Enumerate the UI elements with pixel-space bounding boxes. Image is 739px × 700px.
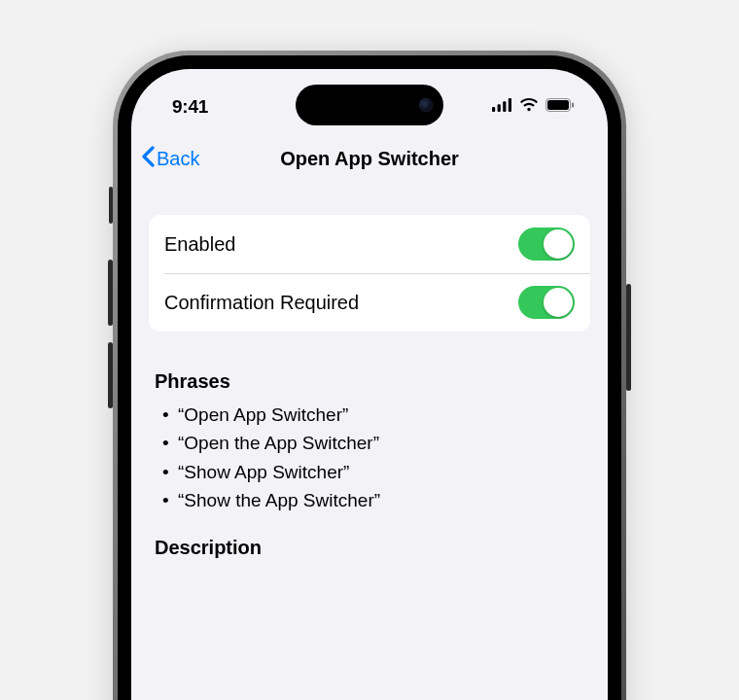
row-enabled: Enabled <box>149 215 590 273</box>
phrase-item: “Show the App Switcher” <box>178 486 584 514</box>
svg-rect-3 <box>509 98 511 112</box>
battery-icon <box>545 98 575 116</box>
wifi-icon <box>519 98 539 116</box>
row-enabled-label: Enabled <box>164 233 235 256</box>
status-time: 9:41 <box>172 96 208 118</box>
phrases-list: “Open App Switcher” “Open the App Switch… <box>149 401 590 515</box>
silent-switch <box>109 187 113 224</box>
phrase-item: “Open App Switcher” <box>178 401 584 429</box>
nav-bar: Back Open App Switcher <box>131 133 608 184</box>
svg-rect-5 <box>547 100 569 110</box>
row-confirmation-label: Confirmation Required <box>164 292 359 314</box>
page-title: Open App Switcher <box>280 148 459 170</box>
screen: 9:41 Bac <box>131 69 608 700</box>
content-area: Enabled Confirmation Required Phrases <box>131 215 608 559</box>
power-button <box>626 284 631 391</box>
volume-down-button <box>108 342 113 408</box>
volume-up-button <box>108 260 113 326</box>
toggle-enabled[interactable] <box>518 228 575 261</box>
svg-rect-2 <box>503 101 506 112</box>
back-label: Back <box>157 148 199 170</box>
dynamic-island <box>296 85 443 125</box>
toggle-knob <box>544 288 573 317</box>
status-icons <box>492 98 575 116</box>
chevron-left-icon <box>141 146 155 172</box>
phrase-item: “Open the App Switcher” <box>178 429 584 457</box>
toggle-knob <box>544 229 573 259</box>
svg-rect-1 <box>498 104 501 112</box>
back-button[interactable]: Back <box>141 146 199 172</box>
settings-card: Enabled Confirmation Required <box>149 215 590 332</box>
row-confirmation-required: Confirmation Required <box>149 273 590 332</box>
phone-frame: 9:41 Bac <box>113 51 626 700</box>
toggle-confirmation-required[interactable] <box>518 286 575 319</box>
svg-rect-6 <box>572 103 574 108</box>
description-header: Description <box>149 537 590 559</box>
front-camera <box>419 98 433 112</box>
cellular-icon <box>492 98 512 116</box>
phrase-item: “Show App Switcher” <box>178 458 584 486</box>
svg-rect-0 <box>492 107 495 112</box>
phrases-header: Phrases <box>149 370 590 393</box>
